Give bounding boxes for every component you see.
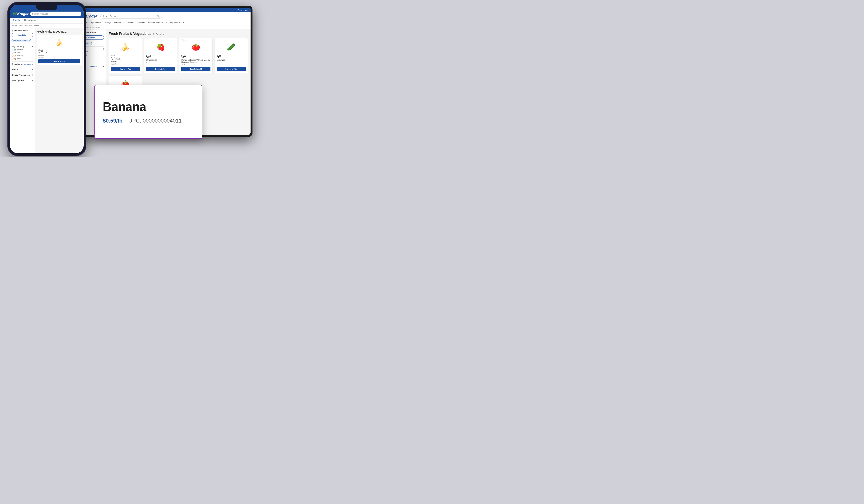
tablet-nav-planning[interactable]: Planning [114, 21, 121, 24]
banana-popup-name: Banana [103, 100, 194, 114]
tablet-cucumber-image: 🥒 [217, 40, 246, 54]
tablet-nav-pharmacy[interactable]: Pharmacy and Health [148, 21, 167, 24]
breadcrumb-current: Fresh Fruits & Vegetables [19, 25, 39, 27]
pickup-icon: 🛍 [14, 52, 16, 53]
tablet-main-nav: Popular Departments Savings Planning Our… [77, 20, 251, 25]
ship-icon: 📦 [14, 58, 16, 60]
phone-search-bar[interactable]: Search Products [30, 12, 81, 16]
star-icon: ★ [180, 39, 181, 41]
banana-popup-upc: UPC: 0000000004011 [128, 118, 182, 124]
phone-screen: 🌿 Kroger Search Products Popular Departm… [10, 4, 84, 153]
tablet-nav-discover[interactable]: Discover [137, 21, 145, 24]
tablet-nav-payments[interactable]: Payments and S... [170, 21, 185, 24]
tablet-strawberries-unit: 1 lb [146, 61, 175, 65]
phone-filter-delivery[interactable]: 🚚 Delivery [12, 54, 33, 57]
phone-filter-dietary-header[interactable]: Dietary Preferences ∨ [12, 74, 33, 76]
tablet-dept-chevron-icon: ∨ [103, 65, 104, 67]
tablet-filter-tag-remove[interactable]: × [89, 42, 91, 44]
tablet-product-strawberries: 🍓 $250 Strawberries 1 lb Sign In to Add [144, 38, 177, 73]
breadcrumb-home[interactable]: Home [12, 25, 17, 27]
banana-popup-details: $0.59/lb UPC: 0000000004011 [103, 118, 194, 124]
phone-filter-tag-remove[interactable]: × [29, 40, 30, 41]
tablet-strawberries-sign-in-button[interactable]: Sign In to Add [146, 67, 175, 71]
phone-filter-tag: Fresh Fruits & Veget... × [12, 39, 31, 42]
phone-sidebar: ⚙ Filter Products Clear Filters Fresh Fr… [10, 28, 35, 153]
tablet-nav-bar: 🌿 Kroger 🔍 [77, 12, 251, 20]
brands-chevron-icon: ∨ [32, 69, 33, 71]
phone-nav-departments[interactable]: Departments [24, 19, 36, 22]
tablet-banana-price: $$0025 each [111, 57, 140, 60]
tablet-strawberries-name: Strawberries [146, 59, 175, 61]
dept-count: 1 selected [24, 63, 32, 65]
tablet-petite-name: Private Selection™ Petite Medley Snackin… [181, 59, 211, 63]
phone-content: ⚙ Filter Products Clear Filters Fresh Fr… [10, 28, 84, 153]
tablet-banana-name: Banana [111, 61, 140, 63]
phone-filter-ways-header[interactable]: Ways to Shop ∧ [12, 45, 33, 48]
tablet-petitemedley-image: 🍅 [181, 40, 211, 54]
tablet-breadcrumb: Fresh Fruits & Vegetables [77, 25, 251, 29]
dept-chevron-icon: ∨ [32, 63, 33, 65]
banana-name: Banana [38, 54, 80, 56]
banana-image: 🍌 [52, 37, 66, 48]
tablet-products-grid: 🍌 about $$0025 each Banana $0.59/lb Sign… [109, 38, 248, 73]
search-icon: 🔍 [157, 15, 160, 17]
instore-checkbox[interactable] [12, 49, 13, 50]
tablet-page-title: Fresh Fruits & Vegetables [109, 32, 151, 36]
pickup-checkbox[interactable] [12, 52, 13, 53]
tablet-cucumber-sign-in-button[interactable]: Sign In to Add [217, 67, 246, 71]
phone-filter-ship[interactable]: 📦 Ship [12, 57, 33, 60]
tablet-petite-unit: 10 oz [181, 64, 211, 65]
ways-chevron-icon: ∧ [32, 46, 33, 47]
leaf-icon: 🌿 [12, 12, 16, 16]
tablet-nav-savings[interactable]: Savings [104, 21, 111, 24]
ship-checkbox[interactable] [12, 58, 13, 60]
phone-breadcrumb: Home › Fresh Fruits & Vegetables [10, 24, 84, 28]
tablet-search-input[interactable] [103, 15, 156, 17]
tablet-dept-count: 1 selected [90, 66, 97, 67]
phone-filter-more-header[interactable]: More Options ∨ [12, 79, 33, 82]
banana-unit: $0.59/lb [38, 57, 80, 58]
phone-filter-brands-header[interactable]: Brands ∨ [12, 68, 33, 71]
phone-filter-departments: Departments 1 selected ∨ [12, 61, 33, 67]
banana-popup-price: $0.59/lb [103, 118, 123, 124]
tablet-strawberries-price: $250 [146, 55, 175, 58]
tablet-petite-featured-badge: ★ Featured [180, 39, 187, 41]
tablet-product-petitemedley: ★ Featured 🍅 $299 Private Selection™ Pet… [179, 38, 213, 73]
tablet-nav-departments[interactable]: Departments [90, 21, 101, 24]
phone-nav: Popular Departments [10, 18, 84, 24]
instore-icon: 🏪 [14, 49, 16, 50]
tablet-banana-sign-in-button[interactable]: Sign In to Add [111, 67, 140, 71]
tablet-top-bar: Purchases [77, 8, 251, 12]
tablet-cucumber-unit: 1 ct [217, 61, 246, 65]
tablet-results-count: 917 results [153, 33, 164, 35]
phone-product-banana: 🍌 about $025 each Banana $0.59/lb Sign I… [37, 35, 82, 65]
phone-main: Fresh Fruits & Vegeta... 🍌 about $025 ea… [35, 28, 84, 153]
phone-frame: 🌿 Kroger Search Products Popular Departm… [7, 2, 86, 156]
tablet-petite-price: $299 [181, 55, 211, 58]
banana-sign-in-button[interactable]: Sign In to Add [38, 59, 80, 63]
phone-clear-filters-button[interactable]: Clear Filters [12, 33, 33, 37]
phone-filter-ways-to-shop: Ways to Shop ∧ 🏪 In-Store 🛍 Pickup [12, 44, 33, 61]
more-chevron-icon: ∨ [32, 79, 33, 81]
phone-nav-popular[interactable]: Popular [13, 19, 21, 22]
tablet-cucumber-name: Cucumber [217, 59, 246, 61]
banana-popup: Banana $0.59/lb UPC: 0000000004011 [94, 85, 202, 139]
tablet-product-cucumber: 🥒 $169 Cucumber 1 ct Sign In to Add [215, 38, 248, 73]
delivery-icon: 🚚 [14, 55, 16, 57]
tablet-cucumber-price: $169 [217, 55, 246, 58]
filter-icon: ⚙ [12, 30, 13, 32]
tablet-search-bar[interactable]: 🔍 [100, 14, 162, 19]
tablet-ways-chevron-icon: ∧ [103, 48, 104, 50]
phone-notch [36, 4, 58, 10]
phone-filter-dept-header[interactable]: Departments 1 selected ∨ [12, 63, 33, 66]
tablet-petite-sign-in-button[interactable]: Sign In to Add [181, 67, 211, 71]
phone-filter-pickup[interactable]: 🛍 Pickup [12, 51, 33, 54]
banana-price: $025 each [38, 51, 80, 54]
tablet-nav-ourbrands[interactable]: Our Brands [124, 21, 134, 24]
phone-filter-brands: Brands ∨ [12, 67, 33, 72]
delivery-checkbox[interactable] [12, 55, 13, 57]
phone-kroger-logo: 🌿 Kroger [12, 12, 28, 16]
phone-filter-instore[interactable]: 🏪 In-Store [12, 48, 33, 51]
phone-device: 🌿 Kroger Search Products Popular Departm… [7, 2, 86, 156]
filter-header: ⚙ Filter Products [12, 30, 33, 32]
